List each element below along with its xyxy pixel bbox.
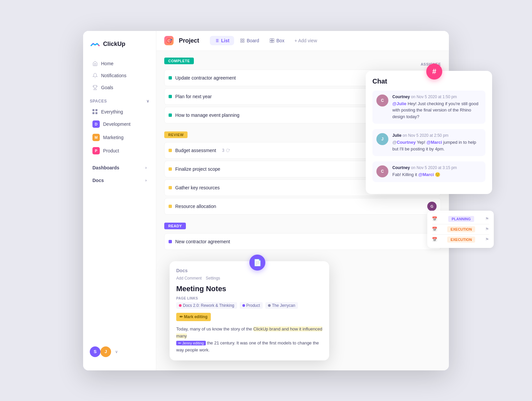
docs-title-label: Docs xyxy=(176,268,323,273)
svg-rect-6 xyxy=(241,39,242,40)
tab-box[interactable]: Box xyxy=(265,36,289,45)
view-tabs: List Board Box + Add view xyxy=(210,36,321,45)
sidebar-label-goals: Goals xyxy=(101,85,113,90)
tag-pill-execution2: EXECUTION xyxy=(447,237,475,243)
right-tags-panel: 📅 PLANNING ⚑ 📅 EXECUTION ⚑ 📅 EXECUTION ⚑ xyxy=(427,211,494,248)
table-row[interactable]: New contractor agreement H xyxy=(164,233,441,250)
chat-message: J Julie on Nov 5 2020 at 2:50 pm @Courtn… xyxy=(372,129,485,156)
tag-row: 📅 EXECUTION ⚑ xyxy=(432,235,489,245)
chat-avatar: J xyxy=(376,133,388,145)
mark-editing-button[interactable]: ✏ Mark editing xyxy=(176,313,211,321)
sidebar-item-marketing[interactable]: M Marketing xyxy=(86,131,153,144)
chat-text: @Julie Hey! Just checking if you're stil… xyxy=(392,100,481,120)
sidebar-item-everything[interactable]: Everything xyxy=(86,106,153,117)
chat-body: Courtney on Nov 5 2020 at 1:50 pm @Julie… xyxy=(392,95,481,120)
task-dot-green xyxy=(169,95,172,98)
sidebar-item-goals[interactable]: Goals xyxy=(86,82,153,93)
calendar-icon: 📅 xyxy=(432,237,437,242)
task-name: Budget assessment xyxy=(175,148,216,153)
add-comment-button[interactable]: Add Comment xyxy=(176,276,202,281)
table-row[interactable]: Resource allocation G xyxy=(164,198,441,215)
chat-meta: Courtney on Nov 5 2020 at 3:15 pm xyxy=(392,165,457,170)
task-left: New contractor agreement xyxy=(169,239,230,244)
sidebar-item-notifications[interactable]: Notifications xyxy=(86,70,153,81)
flag-icon: ⚑ xyxy=(485,227,489,232)
task-name: Plan for next year xyxy=(175,94,212,99)
task-left: Plan for next year xyxy=(169,94,212,99)
sidebar-label-product: Product xyxy=(103,148,119,153)
avatar-chevron: ∨ xyxy=(115,349,118,354)
clickup-logo-icon xyxy=(90,39,100,50)
sidebar-label-home: Home xyxy=(101,61,113,66)
task-left: Finalize project scope xyxy=(169,166,220,172)
chat-title: Chat xyxy=(372,78,485,85)
sidebar-item-home[interactable]: Home xyxy=(86,58,153,69)
home-icon xyxy=(92,61,98,66)
board-icon xyxy=(240,38,245,43)
flag-icon: ⚑ xyxy=(485,216,489,221)
sidebar-item-dashboards[interactable]: Dashboards › xyxy=(86,162,153,174)
docs-body: ✏ Mark editing Today, many of us know th… xyxy=(176,313,323,353)
project-icon: 🎯 xyxy=(164,36,174,45)
page-link-dot xyxy=(268,304,271,307)
task-dot-blue xyxy=(169,240,172,243)
page-link[interactable]: Docs 2.0: Rework & Thinking xyxy=(176,302,237,309)
page-links-label: PAGE LINKS xyxy=(176,297,323,300)
sidebar-label-notifications: Notifications xyxy=(101,73,126,78)
task-name: Update contractor agreement xyxy=(175,75,236,81)
app-shell: ClickUp Home Notifications xyxy=(83,31,449,370)
sidebar-label-marketing: Marketing xyxy=(103,135,123,140)
status-group-ready: READY New contractor agreement H xyxy=(164,223,441,250)
chat-avatar: C xyxy=(376,165,388,177)
svg-rect-8 xyxy=(243,41,244,42)
svg-rect-12 xyxy=(270,41,272,43)
dev-dot: D xyxy=(92,120,100,128)
project-title: Project xyxy=(179,37,199,44)
task-name: Finalize project scope xyxy=(175,166,220,172)
sidebar-label-everything: Everything xyxy=(101,109,123,114)
task-left: Budget assessment 3 xyxy=(169,148,230,153)
sidebar-item-development[interactable]: D Development xyxy=(86,118,153,130)
box-icon xyxy=(270,38,274,43)
task-left: Gather key resources xyxy=(169,185,220,190)
page-links: Docs 2.0: Rework & Thinking Product The … xyxy=(176,302,323,309)
svg-rect-7 xyxy=(243,39,244,40)
add-view-button[interactable]: + Add view xyxy=(290,36,321,45)
task-dot-green xyxy=(169,76,172,80)
refresh-icon xyxy=(226,148,230,152)
sidebar-item-docs[interactable]: Docs › xyxy=(86,174,153,186)
docs-floating-button[interactable]: 📄 xyxy=(249,255,265,271)
task-dot-green xyxy=(169,113,172,117)
sidebar-item-product[interactable]: P Product xyxy=(86,144,153,157)
spaces-chevron[interactable]: ∨ xyxy=(146,99,150,103)
task-dot-yellow xyxy=(169,205,172,208)
svg-rect-13 xyxy=(272,41,274,43)
chat-panel: # Chat C Courtney on Nov 5 2020 at 1:50 … xyxy=(366,71,492,194)
page-link[interactable]: Product xyxy=(240,302,263,309)
mention-courtney: Courtney xyxy=(397,140,416,145)
sidebar: ClickUp Home Notifications xyxy=(83,31,156,370)
status-badge-complete: COMPLETE xyxy=(164,58,194,64)
task-name: Gather key resources xyxy=(175,185,220,190)
chat-message: C Courtney on Nov 5 2020 at 1:50 pm @Jul… xyxy=(372,91,485,124)
docs-panel: 📄 Docs Add Comment Settings Meeting Note… xyxy=(170,261,329,360)
settings-button[interactable]: Settings xyxy=(206,276,220,281)
docs-toolbar: Add Comment Settings xyxy=(176,276,323,281)
tag-pill-planning: PLANNING xyxy=(448,216,474,222)
page-link[interactable]: The Jerrycan xyxy=(265,302,298,309)
highlight-text: ClickUp brand and how it influenced many xyxy=(176,326,322,338)
logo-text: ClickUp xyxy=(103,41,125,48)
avatar: G xyxy=(427,202,437,211)
bell-icon xyxy=(92,73,98,78)
page-link-dot xyxy=(242,304,245,307)
docs-chevron: › xyxy=(145,178,147,183)
logo[interactable]: ClickUp xyxy=(83,39,156,58)
user-avatar-row[interactable]: S J ∨ xyxy=(83,341,156,362)
chat-meta: Courtney on Nov 5 2020 at 1:50 pm xyxy=(392,95,481,99)
avatar-j: J xyxy=(100,346,111,357)
tab-list[interactable]: List xyxy=(210,36,234,45)
tab-board[interactable]: Board xyxy=(235,36,264,45)
chat-avatar: C xyxy=(376,95,388,106)
tag-pill-execution: EXECUTION xyxy=(447,226,475,232)
task-dot-yellow xyxy=(169,167,172,171)
